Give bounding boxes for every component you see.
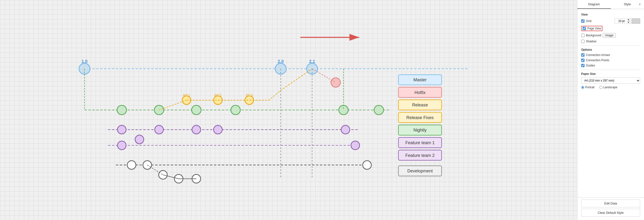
connection-points-checkbox[interactable] — [581, 59, 584, 62]
svg-point-42 — [363, 161, 372, 169]
options-section-title: Options — [581, 48, 640, 51]
background-checkbox[interactable] — [581, 34, 584, 37]
grid-color-swatch[interactable] — [632, 19, 640, 24]
panel-footer: Edit Data Clear Default Style — [577, 197, 644, 220]
diagram-svg: 1.0 2.0 2.1 RC1 RC2 RC3 — [0, 0, 577, 220]
background-option-row: Background Image — [581, 33, 640, 38]
landscape-radio[interactable] — [599, 86, 602, 89]
background-label: Background — [586, 34, 601, 37]
shadow-option-row: Shadow — [581, 40, 640, 43]
svg-text:Master: Master — [414, 78, 427, 82]
connection-arrows-label: Connection Arrows — [586, 53, 610, 57]
paper-size-select[interactable]: A4 (210 mm x 297 mm) A3 Letter Custom — [581, 78, 640, 84]
landscape-label[interactable]: Landscape — [599, 86, 618, 89]
svg-point-37 — [127, 161, 136, 169]
page-view-label: Page View — [588, 27, 601, 30]
svg-point-30 — [192, 125, 201, 134]
guides-row: Guides — [581, 64, 640, 67]
svg-text:Nightly: Nightly — [414, 128, 427, 132]
divider-2 — [581, 70, 640, 70]
svg-point-29 — [155, 125, 164, 134]
svg-text:Release Fixes: Release Fixes — [406, 115, 434, 120]
grid-increment-button[interactable]: ▲ — [626, 19, 630, 21]
svg-point-28 — [135, 135, 144, 144]
portrait-label[interactable]: Portrait — [581, 86, 594, 89]
svg-point-34 — [118, 141, 126, 150]
edit-data-button[interactable]: Edit Data — [581, 199, 640, 207]
svg-point-35 — [351, 141, 360, 150]
image-button[interactable]: Image — [603, 33, 616, 38]
page-view-highlight: Page View — [581, 26, 602, 31]
connection-arrows-checkbox[interactable] — [581, 53, 584, 57]
grid-label: Grid — [586, 19, 592, 23]
svg-text:Feature team 2: Feature team 2 — [405, 153, 435, 158]
portrait-radio[interactable] — [581, 86, 584, 89]
svg-point-12 — [117, 105, 126, 115]
svg-text:Development: Development — [407, 169, 432, 173]
svg-text:Release: Release — [412, 103, 428, 107]
guides-label: Guides — [586, 64, 595, 67]
right-panel: Diagram Style × View Grid ▲ ▼ — [577, 0, 644, 220]
orientation-radio-group: Portrait Landscape — [581, 86, 640, 89]
grid-size-input[interactable] — [614, 19, 626, 24]
svg-point-17 — [374, 105, 384, 115]
clear-default-style-button[interactable]: Clear Default Style — [581, 209, 640, 217]
svg-text:2.1: 2.1 — [309, 59, 315, 64]
canvas-area[interactable]: 1.0 2.0 2.1 RC1 RC2 RC3 — [0, 0, 577, 220]
tab-diagram[interactable]: Diagram — [577, 0, 611, 9]
panel-tabs: Diagram Style × — [577, 0, 644, 9]
grid-decrement-button[interactable]: ▼ — [626, 21, 630, 24]
shadow-label: Shadow — [586, 40, 596, 43]
paper-size-section-title: Paper Size — [581, 72, 640, 76]
svg-point-27 — [118, 125, 126, 134]
grid-input-group: ▲ ▼ — [614, 18, 640, 24]
page-view-checkbox[interactable] — [582, 27, 586, 30]
svg-point-14 — [192, 105, 201, 115]
svg-point-32 — [341, 125, 350, 134]
svg-text:2.0: 2.0 — [278, 59, 284, 64]
chevron-down-icon: ▼ — [628, 22, 630, 24]
svg-point-31 — [214, 125, 222, 134]
chevron-up-icon: ▲ — [628, 19, 630, 21]
grid-checkbox[interactable] — [581, 19, 584, 23]
view-section-title: View — [581, 13, 640, 16]
grid-option-row: Grid ▲ ▼ — [581, 18, 640, 24]
close-icon[interactable]: × — [637, 2, 642, 7]
connection-arrows-row: Connection Arrows — [581, 53, 640, 57]
guides-checkbox[interactable] — [581, 64, 584, 67]
svg-line-10 — [312, 69, 336, 83]
connection-points-label: Connection Points — [586, 59, 609, 62]
svg-point-15 — [231, 105, 240, 115]
connection-points-row: Connection Points — [581, 59, 640, 62]
grid-spinner: ▲ ▼ — [626, 18, 630, 24]
svg-text:1.0: 1.0 — [82, 59, 88, 64]
svg-text:Hotfix: Hotfix — [414, 90, 426, 95]
page-view-option-row: Page View — [581, 26, 640, 31]
panel-body: View Grid ▲ ▼ Page — [577, 9, 644, 197]
shadow-checkbox[interactable] — [581, 40, 584, 43]
svg-text:Feature team 1: Feature team 1 — [405, 140, 435, 145]
